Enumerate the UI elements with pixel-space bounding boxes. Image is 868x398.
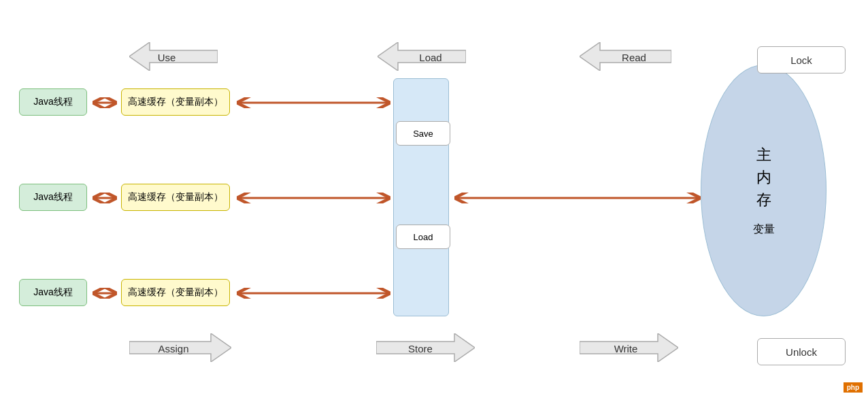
h-arrow-thread1-cache1 bbox=[87, 97, 122, 108]
svg-text:Assign: Assign bbox=[158, 343, 188, 354]
java-thread-1: Java线程 bbox=[19, 88, 87, 116]
use-arrow: Use bbox=[129, 42, 218, 71]
svg-text:Store: Store bbox=[408, 343, 433, 354]
load-arrow-top: Load bbox=[378, 42, 466, 71]
save-box: Save bbox=[396, 121, 450, 146]
java-thread-3: Java线程 bbox=[19, 279, 87, 306]
cache-box-2: 高速缓存（变量副本） bbox=[121, 184, 230, 211]
unlock-box: Unlock bbox=[757, 338, 846, 365]
h-arrow-cache3-wm bbox=[231, 288, 396, 299]
java-thread-2: Java线程 bbox=[19, 184, 87, 211]
lock-box: Lock bbox=[757, 46, 846, 73]
assign-arrow: Assign bbox=[129, 333, 231, 362]
h-arrow-cache1-wm bbox=[231, 97, 396, 108]
write-arrow: Write bbox=[580, 333, 678, 362]
work-memory-box bbox=[393, 78, 449, 316]
load-box: Load bbox=[396, 225, 450, 249]
cache-box-1: 高速缓存（变量副本） bbox=[121, 88, 230, 116]
store-arrow: Store bbox=[376, 333, 475, 362]
cache-box-3: 高速缓存（变量副本） bbox=[121, 279, 230, 306]
main-memory: 主内存 变量 bbox=[701, 65, 827, 316]
h-arrow-thread2-cache2 bbox=[87, 193, 122, 203]
read-arrow: Read bbox=[580, 42, 671, 71]
svg-text:Use: Use bbox=[158, 52, 176, 63]
svg-text:Load: Load bbox=[419, 52, 441, 63]
diagram-container: Save Load Java线程 Java线程 Java线程 高速缓存（变量副本… bbox=[0, 0, 868, 398]
h-arrow-thread3-cache3 bbox=[87, 288, 122, 299]
php-watermark: php bbox=[844, 382, 863, 393]
h-arrow-cache2-wm bbox=[231, 193, 396, 203]
svg-text:Read: Read bbox=[622, 52, 646, 63]
h-arrow-wm-mm bbox=[449, 193, 706, 203]
svg-text:Write: Write bbox=[614, 343, 638, 354]
